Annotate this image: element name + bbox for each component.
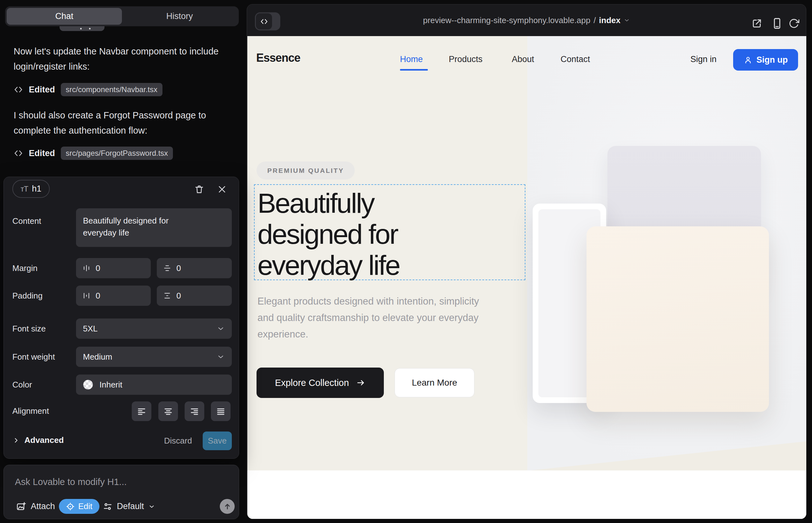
heading-line: Beautifully	[258, 188, 400, 219]
file-chip[interactable]: src/components/Navbar.tsx	[61, 83, 162, 96]
padding-y-input[interactable]: 0	[157, 286, 232, 306]
type-icon: тT	[21, 184, 28, 194]
learn-more-button[interactable]: Learn More	[394, 368, 474, 397]
code-icon[interactable]	[256, 13, 272, 30]
chat-message: Now let's update the Navbar component to…	[14, 44, 232, 74]
align-center-button[interactable]	[158, 401, 178, 421]
color-swatch	[83, 380, 93, 390]
padding-horizontal-icon	[82, 292, 91, 300]
sidebar-tabbar: Chat History	[5, 6, 239, 26]
user-icon	[744, 55, 753, 64]
target-icon	[66, 502, 75, 511]
font-weight-value: Medium	[83, 352, 112, 362]
nav-link-home[interactable]: Home	[400, 54, 423, 64]
margin-horizontal-icon	[82, 264, 91, 272]
url-bar[interactable]: preview--charming-site-symphony.lovable.…	[423, 4, 630, 36]
edited-label: Edited	[29, 148, 55, 158]
color-label: Color	[12, 380, 32, 390]
attach-label: Attach	[31, 502, 55, 511]
padding-x-value: 0	[96, 291, 100, 301]
open-external-icon[interactable]	[751, 18, 763, 29]
align-left-button[interactable]	[132, 401, 152, 421]
mobile-view-icon[interactable]	[771, 17, 783, 30]
hero-badge: PREMIUM QUALITY	[257, 161, 355, 180]
dot	[80, 28, 82, 30]
explore-collection-button[interactable]: Explore Collection	[257, 367, 384, 398]
align-justify-button[interactable]	[211, 401, 231, 421]
hero-description: Elegant products designed with intention…	[258, 293, 489, 343]
url-page: index	[599, 16, 620, 25]
mode-selector[interactable]: Default	[103, 499, 155, 514]
tab-chat[interactable]: Chat	[7, 8, 122, 25]
margin-x-value: 0	[96, 264, 100, 273]
margin-x-input[interactable]: 0	[76, 258, 151, 278]
align-right-button[interactable]	[184, 401, 204, 421]
sliders-icon	[103, 502, 113, 511]
arrow-right-icon	[356, 378, 366, 387]
chat-composer[interactable]: Ask Lovable to modify H1... Attach Edit …	[3, 465, 239, 519]
refresh-icon[interactable]	[789, 18, 799, 29]
content-value: Beautifully designed for everyday life	[83, 215, 188, 239]
nav-link-products[interactable]: Products	[449, 54, 483, 64]
app-window: Chat History Now let's update the Navbar…	[0, 0, 812, 523]
chat-message: I should also create a Forgot Password p…	[14, 108, 232, 138]
edit-mode-button[interactable]: Edit	[59, 499, 100, 514]
nav-link-about[interactable]: About	[512, 54, 534, 64]
chevron-down-icon	[148, 503, 155, 510]
margin-label: Margin	[12, 264, 37, 273]
padding-y-value: 0	[176, 291, 181, 301]
chevron-down-icon	[217, 325, 225, 333]
color-select[interactable]: Inherit	[76, 375, 232, 395]
nav-link-contact[interactable]: Contact	[561, 54, 590, 64]
send-button[interactable]	[220, 499, 235, 514]
hero-heading[interactable]: Beautifully designed for everyday life	[258, 188, 400, 281]
font-size-value: 5XL	[83, 324, 98, 334]
save-button[interactable]: Save	[203, 432, 232, 450]
close-icon[interactable]	[215, 183, 229, 196]
site-logo[interactable]: Essence	[256, 51, 300, 65]
chevron-down-icon	[623, 17, 630, 23]
padding-label: Padding	[12, 291, 42, 301]
alignment-label: Alignment	[12, 406, 49, 416]
discard-button[interactable]: Discard	[164, 436, 192, 446]
margin-y-input[interactable]: 0	[157, 258, 232, 278]
url-separator: /	[594, 16, 596, 25]
edited-label: Edited	[29, 85, 55, 95]
delete-element-button[interactable]	[193, 183, 206, 196]
sign-in-link[interactable]: Sign in	[690, 54, 717, 64]
chevron-down-icon	[217, 353, 225, 361]
margin-y-value: 0	[176, 264, 181, 273]
decorative-card-cream	[586, 227, 769, 412]
element-editor-panel: тT h1 Content Beautifully designed for e…	[3, 177, 239, 459]
padding-x-input[interactable]: 0	[76, 286, 151, 306]
tab-chat-label: Chat	[55, 12, 73, 21]
attach-button[interactable]: Attach	[16, 499, 55, 514]
mode-label: Default	[117, 502, 144, 511]
advanced-toggle[interactable]: Advanced	[12, 435, 64, 445]
element-tag: h1	[32, 184, 41, 194]
color-value: Inherit	[100, 380, 122, 390]
content-input[interactable]: Beautifully designed for everyday life	[76, 208, 232, 247]
active-nav-underline	[400, 69, 428, 71]
sidebar: Chat History Now let's update the Navbar…	[0, 0, 247, 523]
advanced-label: Advanced	[24, 435, 64, 445]
edit-row[interactable]: Edited src/pages/ForgotPassword.tsx	[14, 147, 173, 160]
font-weight-label: Font weight	[12, 352, 55, 362]
url-host: preview--charming-site-symphony.lovable.…	[423, 16, 590, 25]
font-weight-select[interactable]: Medium	[76, 347, 232, 367]
sign-up-button[interactable]: Sign up	[733, 49, 798, 71]
padding-vertical-icon	[163, 292, 171, 300]
attach-image-icon	[16, 501, 27, 512]
heading-line: everyday life	[258, 250, 400, 281]
preview-browser: preview--charming-site-symphony.lovable.…	[247, 4, 806, 519]
content-label: Content	[12, 216, 41, 226]
element-tag-pill[interactable]: тT h1	[12, 180, 50, 198]
edit-row[interactable]: Edited src/components/Navbar.tsx	[14, 83, 162, 96]
edit-label: Edit	[78, 502, 92, 511]
composer-input[interactable]: Ask Lovable to modify H1...	[15, 477, 127, 487]
tab-history[interactable]: History	[122, 8, 237, 25]
margin-vertical-icon	[163, 264, 171, 272]
font-size-select[interactable]: 5XL	[76, 319, 232, 339]
next-section-background	[247, 470, 806, 519]
file-chip[interactable]: src/pages/ForgotPassword.tsx	[61, 147, 173, 160]
